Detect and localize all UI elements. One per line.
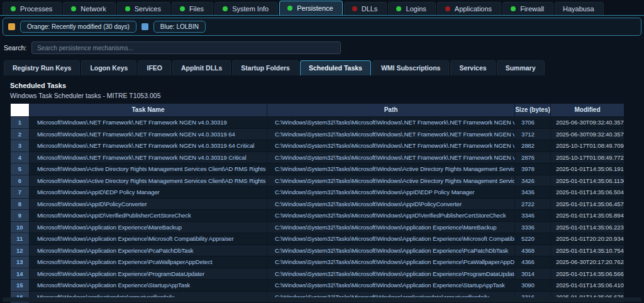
name-cell: Microsoft\Windows\.NET Framework\.NET Fr… (30, 140, 267, 152)
tab-applications[interactable]: Applications (437, 2, 501, 15)
table-row[interactable]: 5Microsoft\Windows\Active Directory Righ… (11, 163, 625, 175)
modified-cell: 2025-01-01T14:35:05.894895 (551, 210, 625, 222)
col-header-task-name[interactable]: Task Name (30, 104, 267, 117)
modified-cell: 2025-06-30T09:32:40.357936 (551, 128, 625, 140)
subtab-appinit-dlls[interactable]: AppInit DLLs (172, 60, 231, 75)
size-cell: 3014 (515, 268, 551, 280)
path-cell: C:\Windows\System32\Tasks\Microsoft\Wind… (267, 221, 515, 233)
table-row[interactable]: 15Microsoft\Windows\Application Experien… (11, 280, 625, 292)
col-header-modified[interactable]: Modified (551, 104, 625, 117)
table-row[interactable]: 6Microsoft\Windows\Active Directory Righ… (11, 175, 625, 187)
table-row[interactable]: 7Microsoft\Windows\AppID\EDP Policy Mana… (11, 187, 625, 199)
subtab-logon-keys[interactable]: Logon Keys (81, 60, 136, 75)
tab-network[interactable]: Network (63, 2, 115, 15)
search-row: Search: (4, 41, 640, 54)
path-cell: C:\Windows\System32\Tasks\Microsoft\Wind… (267, 175, 515, 187)
path-cell: C:\Windows\System32\Tasks\Microsoft\Wind… (267, 152, 515, 163)
tab-label: System Info (232, 5, 269, 13)
col-header-size[interactable]: Size (bytes) (515, 104, 551, 117)
section-subtitle: Windows Task Scheduler tasks - MITRE T10… (10, 92, 644, 99)
rownum-cell: 13 (11, 256, 30, 268)
subtab-startup-folders[interactable]: Startup Folders (232, 60, 299, 75)
modified-cell: 2025-01-01T14:35:10.754275 (551, 245, 625, 256)
tab-label: Firewall (520, 5, 544, 13)
rownum-cell: 12 (11, 245, 30, 256)
tab-persistence[interactable]: Persistence (279, 1, 342, 15)
modified-cell: 2025-01-01T20:20:20.934119 (551, 233, 625, 245)
subtab-wmi-subscriptions[interactable]: WMI Subscriptions (372, 60, 450, 75)
modified-cell: 2025-01-01T14:35:06.191906 (551, 163, 625, 175)
modified-cell: 2025-06-30T09:32:40.357936 (551, 117, 625, 129)
rownum-cell: 3 (11, 140, 30, 152)
table-row[interactable]: 11Microsoft\Windows\Application Experien… (11, 233, 625, 245)
size-cell: 2882 (515, 140, 551, 152)
scheduled-tasks-table: Task Name Path Size (bytes) Modified 1Mi… (10, 103, 624, 303)
search-input[interactable] (31, 41, 341, 54)
size-cell: 5220 (515, 233, 551, 245)
tab-label: Persistence (297, 4, 333, 12)
tab-system-info[interactable]: System Info (214, 2, 278, 15)
path-cell: C:\Windows\System32\Tasks\Microsoft\Wind… (267, 256, 515, 268)
tab-label: Hayabusa (563, 5, 594, 13)
path-cell: C:\Windows\System32\Tasks\Microsoft\Wind… (267, 245, 515, 256)
tab-files[interactable]: Files (172, 2, 213, 15)
table-row[interactable]: 2Microsoft\Windows\.NET Framework\.NET F… (11, 128, 625, 140)
table-row[interactable]: 8Microsoft\Windows\AppID\PolicyConverter… (11, 198, 625, 210)
subtab-services[interactable]: Services (450, 60, 495, 75)
name-cell: Microsoft\Windows\AppID\PolicyConverter (30, 198, 267, 210)
name-cell: Microsoft\Windows\AppID\VerifiedPublishe… (30, 210, 267, 222)
green-status-dot-icon (287, 6, 292, 11)
name-cell: Microsoft\Windows\Application Experience… (30, 268, 267, 280)
name-cell: Microsoft\Windows\Application Experience… (30, 233, 267, 245)
name-cell: Microsoft\Windows\AppID\EDP Policy Manag… (30, 187, 267, 199)
table-row[interactable]: 4Microsoft\Windows\.NET Framework\.NET F… (11, 152, 625, 163)
table-row[interactable]: 12Microsoft\Windows\Application Experien… (11, 245, 625, 256)
tab-services[interactable]: Services (117, 2, 170, 15)
size-cell: 3346 (515, 210, 551, 222)
persistence-panel: Orange: Recently modified (30 days)Blue:… (0, 15, 644, 303)
tab-firewall[interactable]: Firewall (502, 2, 553, 15)
horizontal-scrollbar[interactable] (3, 297, 641, 302)
subtab-ifeo[interactable]: IFEO (138, 60, 171, 75)
path-cell: C:\Windows\System32\Tasks\Microsoft\Wind… (267, 210, 515, 222)
rownum-cell: 8 (11, 198, 30, 210)
modified-cell: 2025-10-17T01:08:49.709829 (551, 140, 625, 152)
table-row[interactable]: 13Microsoft\Windows\Application Experien… (11, 256, 625, 268)
modified-cell: 2025-01-01T14:35:06.113671 (551, 175, 625, 187)
legend-label: Blue: LOLBIN (153, 21, 206, 33)
section-title: Scheduled Tasks (10, 82, 644, 89)
path-cell: C:\Windows\System32\Tasks\Microsoft\Wind… (267, 268, 515, 280)
modified-cell: 2025-10-17T01:08:49.772751 (551, 152, 625, 163)
size-cell: 3426 (515, 175, 551, 187)
table-header-row: Task Name Path Size (bytes) Modified (11, 104, 625, 117)
rownum-cell: 6 (11, 175, 30, 187)
legend-swatch-icon (8, 23, 15, 30)
table-row[interactable]: 9Microsoft\Windows\AppID\VerifiedPublish… (11, 210, 625, 222)
tab-processes[interactable]: Processes (3, 2, 62, 15)
path-cell: C:\Windows\System32\Tasks\Microsoft\Wind… (267, 163, 515, 175)
subtab-scheduled-tasks[interactable]: Scheduled Tasks (300, 60, 371, 75)
table-row[interactable]: 1Microsoft\Windows\.NET Framework\.NET F… (11, 117, 625, 129)
col-header-path[interactable]: Path (267, 104, 515, 117)
tab-hayabusa[interactable]: Hayabusa (555, 2, 604, 15)
green-status-dot-icon (125, 6, 130, 11)
name-cell: Microsoft\Windows\.NET Framework\.NET Fr… (30, 152, 267, 163)
rownum-cell: 5 (11, 163, 30, 175)
top-tab-bar: ProcessesNetworkServicesFilesSystem Info… (0, 0, 644, 15)
modified-cell: 2025-01-01T14:35:06.457340 (551, 198, 625, 210)
persistence-subtab-bar: Registry Run KeysLogon KeysIFEOAppInit D… (4, 60, 644, 75)
table-row[interactable]: 3Microsoft\Windows\.NET Framework\.NET F… (11, 140, 625, 152)
subtab-summary[interactable]: Summary (497, 60, 545, 75)
green-status-dot-icon (511, 6, 516, 11)
table-row[interactable]: 14Microsoft\Windows\Application Experien… (11, 268, 625, 280)
legend-swatch-icon (142, 23, 148, 30)
name-cell: Microsoft\Windows\Application Experience… (30, 280, 267, 292)
size-cell: 3090 (515, 280, 551, 292)
size-cell: 3712 (515, 128, 551, 140)
table-row[interactable]: 10Microsoft\Windows\Application Experien… (11, 221, 625, 233)
modified-cell: 2025-01-01T14:35:06.410597 (551, 280, 625, 292)
tab-logins[interactable]: Logins (388, 2, 435, 15)
path-cell: C:\Windows\System32\Tasks\Microsoft\Wind… (267, 128, 515, 140)
subtab-registry-run-keys[interactable]: Registry Run Keys (4, 60, 80, 75)
tab-dlls[interactable]: DLLs (344, 2, 387, 15)
